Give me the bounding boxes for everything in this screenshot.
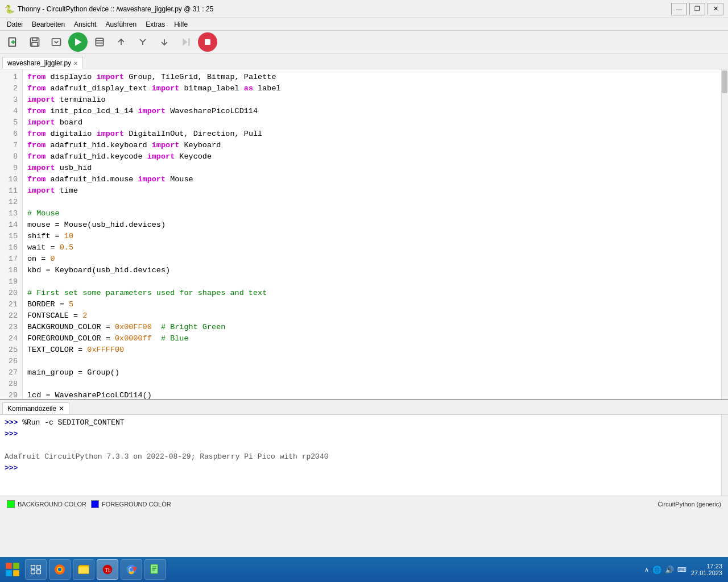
shell-tabbar: Kommandozeile ✕	[0, 400, 728, 415]
volume-icon[interactable]: 🔊	[665, 566, 674, 574]
svg-rect-23	[31, 570, 35, 574]
line-numbers: 12345 678910 1112131415 1617181920 21222…	[0, 69, 23, 399]
thonny-icon: Th	[101, 563, 114, 576]
notepadpp-icon	[149, 563, 162, 576]
load-button[interactable]	[47, 33, 66, 51]
code-editor[interactable]: 12345 678910 1112131415 1617181920 21222…	[0, 69, 728, 399]
system-tray: ∧ 🌐 🔊 ⌨	[644, 566, 686, 574]
shell-output: Adafruit CircuitPython 7.3.3 on 2022-08-…	[5, 451, 723, 463]
files-icon	[77, 563, 90, 576]
resume-button[interactable]	[176, 33, 196, 51]
editor-tab[interactable]: waveshare_jiggler.py ✕	[2, 57, 83, 69]
run-icon	[72, 36, 84, 48]
menubar: Datei Bearbeiten Ansicht Ausführen Extra…	[0, 18, 728, 31]
notepadpp-taskbar-button[interactable]	[144, 559, 166, 580]
editor-scrollbar[interactable]	[721, 69, 728, 399]
svg-rect-17	[6, 563, 11, 569]
new-file-icon	[7, 36, 19, 48]
shell-line: >>>	[5, 463, 723, 474]
thonny-taskbar-button[interactable]: Th	[97, 559, 118, 580]
titlebar: 🐍 Thonny - CircuitPython device :: /wave…	[0, 0, 728, 18]
shell-content[interactable]: >>> %Run -c $EDITOR_CONTENT >>> Adafruit…	[0, 415, 728, 496]
svg-rect-19	[6, 570, 11, 576]
svg-rect-28	[78, 567, 89, 573]
statusbar-left: BACKGROUND COLOR FOREGROUND COLOR	[7, 500, 171, 508]
restore-button[interactable]: ❐	[689, 3, 705, 15]
shell-scrollbar[interactable]	[721, 415, 728, 496]
svg-rect-21	[31, 566, 35, 569]
svg-point-27	[58, 568, 61, 571]
svg-rect-22	[37, 566, 41, 569]
svg-rect-4	[32, 38, 37, 40]
network-icon[interactable]: 🌐	[652, 566, 661, 574]
fg-color-item: FOREGROUND COLOR	[91, 500, 171, 508]
step-over-icon	[115, 36, 127, 48]
stop-button[interactable]	[198, 32, 217, 52]
svg-rect-6	[52, 39, 61, 45]
titlebar-title: Thonny - CircuitPython device :: /wavesh…	[18, 5, 213, 13]
new-file-button[interactable]	[3, 33, 23, 51]
firefox-icon	[53, 563, 67, 576]
debug-button[interactable]	[90, 33, 109, 51]
resume-icon	[180, 36, 192, 48]
load-icon	[51, 36, 62, 48]
scrollbar-thumb[interactable]	[722, 70, 727, 93]
shell-line: >>> %Run -c $EDITOR_CONTENT	[5, 417, 723, 429]
menu-extras[interactable]: Extras	[141, 19, 169, 30]
start-button[interactable]	[2, 559, 23, 580]
tab-label: waveshare_jiggler.py	[7, 59, 71, 67]
clock-time: 17:23	[691, 563, 722, 569]
windows-logo-icon	[5, 562, 20, 577]
clock-area[interactable]: 17:23 27.01.2023	[691, 563, 722, 576]
task-view-button[interactable]	[25, 559, 47, 580]
color-info: BACKGROUND COLOR FOREGROUND COLOR	[7, 500, 171, 508]
svg-rect-16	[205, 39, 210, 45]
menu-ansicht[interactable]: Ansicht	[69, 19, 101, 30]
code-content[interactable]: from displayio import Group, TileGrid, B…	[23, 69, 721, 399]
tab-close-button[interactable]: ✕	[73, 60, 78, 66]
menu-bearbeiten[interactable]: Bearbeiten	[27, 19, 69, 30]
chrome-taskbar-button[interactable]	[121, 559, 142, 580]
chrome-icon	[125, 563, 138, 576]
task-view-icon	[30, 564, 42, 575]
minimize-button[interactable]: —	[671, 3, 687, 15]
shell-line	[5, 440, 723, 451]
bg-color-item: BACKGROUND COLOR	[7, 500, 86, 508]
files-taskbar-button[interactable]	[73, 559, 94, 580]
show-hidden-icons[interactable]: ∧	[644, 566, 649, 573]
bg-color-label: BACKGROUND COLOR	[18, 501, 86, 508]
toolbar	[0, 31, 728, 53]
svg-rect-18	[13, 563, 19, 569]
svg-rect-20	[13, 570, 19, 576]
menu-ausfuhren[interactable]: Ausführen	[101, 19, 141, 30]
svg-rect-8	[96, 38, 103, 45]
run-button[interactable]	[68, 32, 88, 52]
save-button[interactable]	[25, 33, 44, 51]
taskbar: Th ∧	[0, 557, 728, 582]
shell-tab-label: Kommandozeile	[7, 405, 56, 413]
menu-hilfe[interactable]: Hilfe	[169, 19, 192, 30]
circuitpython-tray-icon[interactable]: ⌨	[677, 566, 686, 573]
step-into-button[interactable]	[133, 33, 152, 51]
svg-rect-34	[151, 564, 158, 574]
editor-container: 12345 678910 1112131415 1617181920 21222…	[0, 69, 728, 399]
stop-icon	[202, 36, 213, 48]
step-over-button[interactable]	[111, 33, 131, 51]
svg-marker-7	[75, 38, 82, 45]
shell-line: >>>	[5, 429, 723, 440]
step-out-button[interactable]	[155, 33, 174, 51]
titlebar-controls: — ❐ ✕	[671, 3, 723, 15]
shell-tab[interactable]: Kommandozeile ✕	[2, 402, 69, 414]
taskbar-right: ∧ 🌐 🔊 ⌨ 17:23 27.01.2023	[644, 563, 726, 576]
fg-color-swatch	[91, 500, 99, 508]
svg-point-33	[129, 567, 133, 571]
close-button[interactable]: ✕	[708, 3, 723, 15]
svg-rect-24	[37, 570, 41, 574]
taskbar-left: Th	[2, 559, 166, 580]
firefox-taskbar-button[interactable]	[49, 559, 71, 580]
shell-tab-close[interactable]: ✕	[59, 405, 64, 413]
svg-rect-15	[188, 38, 190, 45]
editor-tabbar: waveshare_jiggler.py ✕	[0, 53, 728, 69]
fg-color-label: FOREGROUND COLOR	[102, 501, 171, 508]
menu-datei[interactable]: Datei	[2, 19, 27, 30]
